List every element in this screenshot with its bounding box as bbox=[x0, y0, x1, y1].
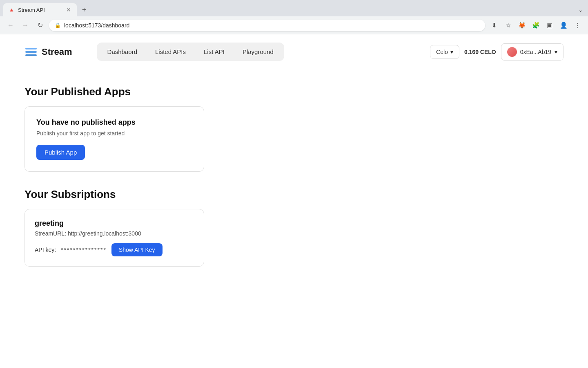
extension2-icon[interactable]: 🧩 bbox=[530, 20, 541, 31]
main-content: Your Published Apps You have no publishe… bbox=[0, 69, 588, 283]
tab-collapse-button[interactable]: ⌄ bbox=[577, 5, 585, 15]
wallet-avatar bbox=[507, 47, 517, 57]
browser-chrome: 🔺 Stream API ✕ + ⌄ ← → ↻ 🔒 localhost:517… bbox=[0, 0, 588, 34]
api-key-masked: *************** bbox=[61, 247, 107, 253]
tab-bar: 🔺 Stream API ✕ + ⌄ bbox=[0, 0, 588, 16]
app-header: Stream Dashbaord Listed APIs List API Pl… bbox=[0, 34, 588, 69]
url-text: localhost:5173/dashboard bbox=[64, 22, 479, 29]
subscription-card: greeting StreamURL: http://greeting.loca… bbox=[24, 209, 204, 267]
back-button[interactable]: ← bbox=[5, 20, 16, 31]
browser-tab[interactable]: 🔺 Stream API ✕ bbox=[3, 3, 77, 16]
network-selector[interactable]: Celo ▾ bbox=[430, 45, 459, 59]
profile-icon[interactable]: 👤 bbox=[558, 20, 569, 31]
subscription-name: greeting bbox=[35, 219, 194, 228]
published-apps-title: Your Published Apps bbox=[24, 85, 564, 98]
tab-listed-apis[interactable]: Listed APIs bbox=[147, 45, 194, 58]
no-apps-subtitle: Publish your first app to get started bbox=[36, 130, 192, 137]
toolbar-actions: ⬇ ☆ 🦊 🧩 ▣ 👤 ⋮ bbox=[488, 20, 583, 31]
sidebar-icon[interactable]: ▣ bbox=[544, 20, 555, 31]
lock-icon: 🔒 bbox=[55, 22, 61, 28]
menu-icon[interactable]: ⋮ bbox=[572, 20, 583, 31]
header-right: Celo ▾ 0.169 CELO 0xEa...Ab19 ▾ bbox=[430, 43, 564, 61]
network-label: Celo bbox=[436, 49, 448, 55]
api-key-row: API key: *************** Show API Key bbox=[35, 243, 194, 256]
stream-url-label: StreamURL: bbox=[35, 230, 66, 237]
page-content: Stream Dashbaord Listed APIs List API Pl… bbox=[0, 34, 588, 283]
extension1-icon[interactable]: 🦊 bbox=[516, 20, 528, 31]
subscription-url: StreamURL: http://greeting.localhost:300… bbox=[35, 230, 194, 237]
tab-dashboard[interactable]: Dashbaord bbox=[99, 45, 145, 58]
network-chevron-icon: ▾ bbox=[450, 49, 453, 55]
address-bar[interactable]: 🔒 localhost:5173/dashboard bbox=[49, 20, 485, 31]
wallet-chevron-icon: ▾ bbox=[555, 49, 557, 55]
tab-favicon: 🔺 bbox=[8, 7, 15, 13]
tab-title: Stream API bbox=[18, 7, 62, 13]
stream-url-value: http://greeting.localhost:3000 bbox=[68, 230, 141, 237]
app-logo: Stream bbox=[24, 45, 72, 58]
tab-list-api[interactable]: List API bbox=[196, 45, 233, 58]
subscriptions-title: Your Subsriptions bbox=[24, 188, 564, 201]
bookmark-icon[interactable]: ☆ bbox=[502, 20, 514, 31]
wallet-button[interactable]: 0xEa...Ab19 ▾ bbox=[501, 43, 564, 61]
api-key-label: API key: bbox=[35, 247, 56, 253]
forward-button[interactable]: → bbox=[20, 20, 31, 31]
svg-rect-2 bbox=[25, 48, 37, 49]
wallet-address: 0xEa...Ab19 bbox=[520, 49, 551, 55]
balance-display: 0.169 CELO bbox=[464, 49, 496, 55]
browser-toolbar: ← → ↻ 🔒 localhost:5173/dashboard ⬇ ☆ 🦊 🧩… bbox=[0, 16, 588, 34]
reload-button[interactable]: ↻ bbox=[34, 20, 46, 31]
svg-rect-1 bbox=[25, 51, 37, 53]
tab-playground[interactable]: Playground bbox=[234, 45, 282, 58]
download-icon[interactable]: ⬇ bbox=[488, 20, 500, 31]
published-apps-card: You have no published apps Publish your … bbox=[24, 106, 204, 172]
app-name: Stream bbox=[42, 47, 72, 57]
show-api-key-button[interactable]: Show API Key bbox=[111, 243, 163, 256]
nav-tabs: Dashbaord Listed APIs List API Playgroun… bbox=[97, 43, 284, 61]
publish-app-button[interactable]: Publish App bbox=[36, 145, 85, 160]
logo-icon bbox=[24, 45, 38, 58]
no-apps-title: You have no published apps bbox=[36, 118, 192, 127]
svg-rect-0 bbox=[25, 54, 37, 56]
tab-close-button[interactable]: ✕ bbox=[65, 7, 72, 13]
new-tab-button[interactable]: + bbox=[78, 4, 90, 16]
